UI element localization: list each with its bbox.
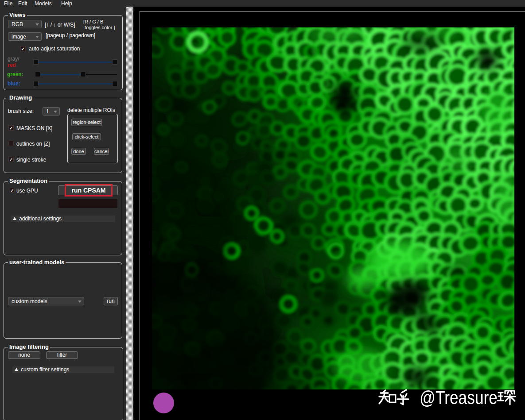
svg-text:@Treasure: @Treasure — [420, 387, 498, 408]
